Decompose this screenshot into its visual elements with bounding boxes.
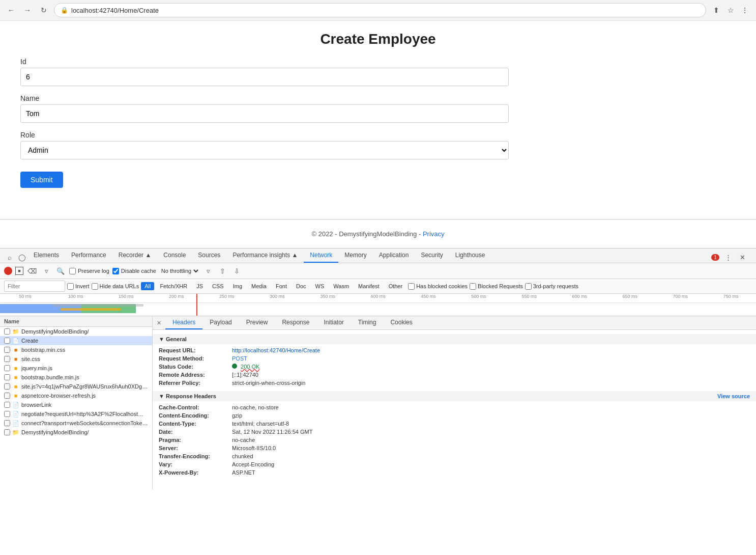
inspect-icon[interactable]: ⌕ xyxy=(4,252,15,263)
file-item-demystifying-folder[interactable]: 📁 DemystifyingModelBinding/ xyxy=(0,327,152,336)
filter-js[interactable]: JS xyxy=(193,282,207,290)
file-checkbox[interactable] xyxy=(4,393,10,399)
share-button[interactable]: ⬆ xyxy=(710,4,722,16)
panel-tab-response[interactable]: Response xyxy=(275,316,316,329)
submit-button[interactable]: Submit xyxy=(20,172,63,188)
js-icon-3: ■ xyxy=(12,383,19,390)
export-icon[interactable]: ⇩ xyxy=(231,265,243,276)
panel-tab-headers[interactable]: Headers xyxy=(165,316,202,329)
tab-performance-insights[interactable]: Performance insights ▲ xyxy=(226,248,304,263)
browser-actions: ⬆ ☆ ⋮ xyxy=(710,4,751,16)
devtools-close-icon[interactable]: ✕ xyxy=(737,252,748,263)
filter-input[interactable] xyxy=(4,281,65,292)
record-button[interactable] xyxy=(4,267,12,275)
panel-tab-timing[interactable]: Timing xyxy=(351,316,384,329)
import-icon[interactable]: ⇧ xyxy=(217,265,228,276)
file-item-connect[interactable]: 📄 connect?transport=webSockets&connectio… xyxy=(0,419,152,428)
throttle-select[interactable]: No throttling Slow 3G Fast 3G xyxy=(159,267,200,274)
file-item-negotiate[interactable]: 📄 negotiate?requestUrl=http%3A2F%2Flocal… xyxy=(0,409,152,419)
clear-button[interactable]: ⌫ xyxy=(26,265,38,276)
filter-fetchxhr[interactable]: Fetch/XHR xyxy=(156,282,191,290)
filter-img[interactable]: Img xyxy=(229,282,246,290)
panel-tab-preview[interactable]: Preview xyxy=(239,316,275,329)
file-checkbox[interactable] xyxy=(4,328,10,335)
tab-elements[interactable]: Elements xyxy=(27,248,65,263)
devtools-body: Name 📁 DemystifyingModelBinding/ 📄 Creat… xyxy=(0,316,756,489)
stop-button[interactable]: ■ xyxy=(15,267,23,275)
panel-tab-initiator[interactable]: Initiator xyxy=(316,316,351,329)
filter-font[interactable]: Font xyxy=(272,282,290,290)
general-section-header[interactable]: ▼ General xyxy=(153,334,756,344)
tab-lighthouse[interactable]: Lighthouse xyxy=(449,248,491,263)
filter-icon[interactable]: ▿ xyxy=(41,265,52,276)
bookmark-button[interactable]: ☆ xyxy=(724,4,737,16)
settings-button[interactable]: ⋮ xyxy=(739,4,751,16)
filter-css[interactable]: CSS xyxy=(209,282,227,290)
has-blocked-cookies-checkbox[interactable]: Has blocked cookies xyxy=(408,283,468,290)
privacy-link[interactable]: Privacy xyxy=(423,230,445,238)
tab-security[interactable]: Security xyxy=(415,248,449,263)
file-item-site-css[interactable]: ■ site.css xyxy=(0,354,152,364)
preserve-log-label[interactable]: Preserve log xyxy=(69,268,109,274)
id-input[interactable] xyxy=(20,68,509,86)
device-icon[interactable]: ◯ xyxy=(16,252,27,263)
tab-memory[interactable]: Memory xyxy=(338,248,372,263)
tab-recorder[interactable]: Recorder ▲ xyxy=(112,248,158,263)
filter-other[interactable]: Other xyxy=(385,282,406,290)
filter-all[interactable]: All xyxy=(141,282,154,290)
file-item-create[interactable]: 📄 Create xyxy=(0,336,152,345)
throttle-down-icon[interactable]: ▿ xyxy=(203,265,214,276)
response-headers-section-header[interactable]: ▼ Response Headers View source xyxy=(153,391,756,401)
file-checkbox[interactable] xyxy=(4,420,10,426)
filter-manifest[interactable]: Manifest xyxy=(355,282,383,290)
file-item-demystifying-folder-2[interactable]: 📁 DemystifyingModelBinding/ xyxy=(0,428,152,437)
file-checkbox[interactable] xyxy=(4,347,10,353)
third-party-requests-checkbox[interactable]: 3rd-party requests xyxy=(525,283,578,290)
tab-application[interactable]: Application xyxy=(373,248,415,263)
hide-data-urls-checkbox[interactable]: Hide data URLs xyxy=(92,283,139,290)
view-source-link[interactable]: View source xyxy=(717,393,750,399)
disable-cache-label[interactable]: Disable cache xyxy=(112,268,156,274)
tab-performance[interactable]: Performance xyxy=(65,248,112,263)
file-checkbox[interactable] xyxy=(4,374,10,380)
tab-console[interactable]: Console xyxy=(157,248,192,263)
file-checkbox[interactable] xyxy=(4,356,10,362)
page-footer: © 2022 - DemystifyingModelBinding - Priv… xyxy=(0,219,756,248)
file-checkbox[interactable] xyxy=(4,383,10,390)
file-checkbox[interactable] xyxy=(4,338,10,344)
file-item-bootstrap-css[interactable]: ■ bootstrap.min.css xyxy=(0,345,152,354)
filter-media[interactable]: Media xyxy=(248,282,270,290)
back-button[interactable]: ← xyxy=(5,4,17,16)
disable-cache-checkbox[interactable] xyxy=(112,268,119,274)
role-label: Role xyxy=(20,131,736,139)
file-item-browserlink[interactable]: 📄 browserLink xyxy=(0,400,152,409)
panel-close-button[interactable]: ✕ xyxy=(153,316,165,329)
search-icon[interactable]: 🔍 xyxy=(55,265,66,276)
file-item-bootstrap-bundle[interactable]: ■ bootstrap.bundle.min.js xyxy=(0,373,152,382)
file-item-jquery[interactable]: ■ jquery.min.js xyxy=(0,364,152,373)
blocked-requests-checkbox[interactable]: Blocked Requests xyxy=(470,283,523,290)
file-item-aspnetcore[interactable]: ■ aspnetcore-browser-refresh.js xyxy=(0,391,152,400)
address-bar[interactable]: 🔒 localhost:42740/Home/Create xyxy=(54,3,706,17)
file-checkbox[interactable] xyxy=(4,365,10,371)
file-item-site-js[interactable]: ■ site.js?v=4q1jwFhaPaZgr8WAUSrux6hAuh0X… xyxy=(0,382,152,391)
role-select[interactable]: Admin User Manager xyxy=(20,141,509,159)
page-title: Create Employee xyxy=(20,31,736,47)
tab-network[interactable]: Network xyxy=(304,248,338,263)
filter-doc[interactable]: Doc xyxy=(293,282,310,290)
file-checkbox[interactable] xyxy=(4,411,10,417)
filter-ws[interactable]: WS xyxy=(312,282,328,290)
devtools-more-icon[interactable]: ⋮ xyxy=(722,252,734,263)
name-input[interactable] xyxy=(20,104,509,123)
invert-checkbox[interactable]: Invert xyxy=(67,283,90,290)
refresh-button[interactable]: ↻ xyxy=(38,4,50,16)
forward-button[interactable]: → xyxy=(21,4,34,16)
file-checkbox[interactable] xyxy=(4,402,10,408)
filter-wasm[interactable]: Wasm xyxy=(330,282,353,290)
panel-tab-payload[interactable]: Payload xyxy=(202,316,239,329)
preserve-log-checkbox[interactable] xyxy=(69,268,76,274)
panel-tab-cookies[interactable]: Cookies xyxy=(383,316,419,329)
file-checkbox[interactable] xyxy=(4,429,10,435)
request-url-row: Request URL: http://localhost:42740/Home… xyxy=(159,346,750,354)
tab-sources[interactable]: Sources xyxy=(192,248,226,263)
